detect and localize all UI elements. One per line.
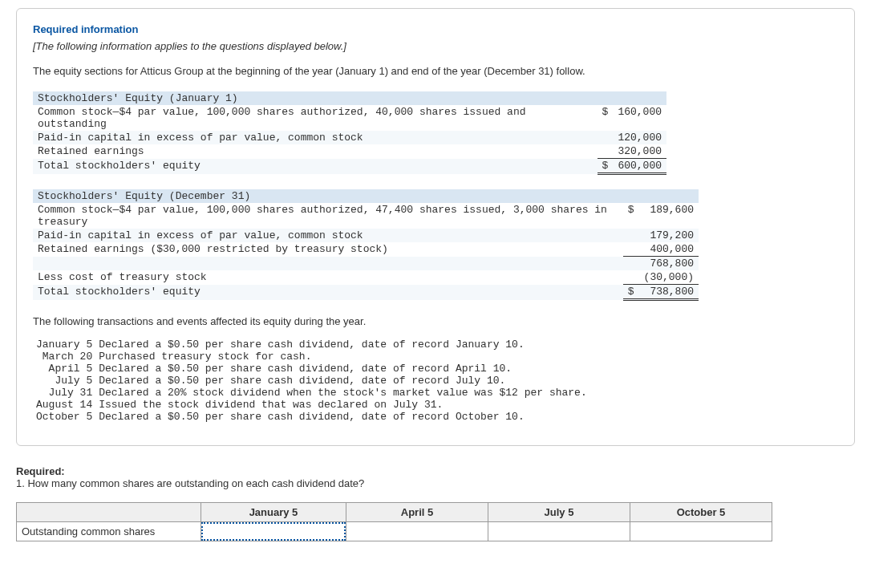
equity-jan-total-label: Total stockholders' equity — [33, 159, 598, 174]
equity-jan-row-label: Common stock—$4 par value, 100,000 share… — [33, 105, 598, 131]
equity-dec-row-label: Paid-in capital in excess of par value, … — [33, 229, 623, 242]
equity-jan-row-amt: 160,000 — [613, 105, 666, 131]
equity-jan-row-amt: 320,000 — [613, 144, 666, 159]
equity-dec-row-amt: 189,600 — [639, 203, 699, 229]
transaction-desc: Declared a $0.50 per share cash dividend… — [95, 411, 590, 423]
transaction-row: July 5Declared a $0.50 per share cash di… — [33, 375, 590, 387]
shares-input-oct5[interactable] — [630, 522, 772, 541]
currency-symbol: $ — [598, 105, 614, 131]
transactions-intro: The following transactions and events af… — [33, 315, 838, 327]
transactions-table: January 5Declared a $0.50 per share cash… — [33, 339, 590, 423]
equity-dec-total-label: Total stockholders' equity — [33, 285, 623, 300]
transaction-date: October 5 — [33, 411, 95, 423]
equity-dec-row-amt: 400,000 — [639, 242, 699, 257]
equity-jan-row-label: Paid-in capital in excess of par value, … — [33, 131, 598, 144]
transaction-date: August 14 — [33, 399, 95, 411]
equity-dec-total-amt: 738,800 — [639, 285, 699, 300]
required-info-heading: Required information — [33, 23, 838, 35]
equity-jan-row-label: Retained earnings — [33, 144, 598, 159]
transaction-date: March 20 — [33, 351, 95, 363]
transaction-date: April 5 — [33, 363, 95, 375]
equity-dec-title: Stockholders' Equity (December 31) — [33, 189, 699, 203]
transaction-row: April 5Declared a $0.50 per share cash d… — [33, 363, 590, 375]
shares-input-jul5[interactable] — [488, 522, 630, 541]
transaction-desc: Issued the stock dividend that was decla… — [95, 399, 590, 411]
answer-row-label: Outstanding common shares — [17, 522, 201, 541]
intro-text: The equity sections for Atticus Group at… — [33, 65, 838, 77]
required-section: Required: 1. How many common shares are … — [16, 465, 871, 489]
transaction-date: January 5 — [33, 339, 95, 351]
currency-symbol: $ — [598, 159, 614, 174]
answer-grid-header: July 5 — [488, 503, 630, 522]
equity-dec-row-label: Retained earnings ($30,000 restricted by… — [33, 242, 623, 257]
context-note: [The following information applies to th… — [33, 40, 838, 52]
shares-input-jan5[interactable] — [201, 522, 346, 541]
transaction-desc: Purchased treasury stock for cash. — [95, 351, 590, 363]
equity-table-jan1: Stockholders' Equity (January 1) Common … — [33, 91, 666, 175]
equity-jan-row-amt: 120,000 — [613, 131, 666, 144]
transaction-desc: Declared a $0.50 per share cash dividend… — [95, 363, 590, 375]
equity-jan-total-amt: 600,000 — [613, 159, 666, 174]
currency-symbol: $ — [623, 285, 639, 300]
equity-jan-title: Stockholders' Equity (January 1) — [33, 91, 666, 105]
transaction-date: July 5 — [33, 375, 95, 387]
equity-dec-less-label: Less cost of treasury stock — [33, 270, 623, 285]
answer-grid: January 5 April 5 July 5 October 5 Outst… — [16, 502, 772, 541]
transaction-date: July 31 — [33, 387, 95, 399]
currency-symbol: $ — [623, 203, 639, 229]
required-label: Required: — [16, 465, 871, 477]
equity-dec-subtotal: 768,800 — [639, 257, 699, 271]
answer-grid-header: January 5 — [201, 503, 346, 522]
answer-grid-header: April 5 — [346, 503, 488, 522]
transaction-desc: Declared a 20% stock dividend when the s… — [95, 387, 590, 399]
answer-grid-corner — [17, 503, 201, 522]
transaction-row: July 31Declared a 20% stock dividend whe… — [33, 387, 590, 399]
equity-table-dec31: Stockholders' Equity (December 31) Commo… — [33, 189, 699, 301]
transaction-row: January 5Declared a $0.50 per share cash… — [33, 339, 590, 351]
equity-dec-less-amt: (30,000) — [639, 270, 699, 285]
shares-input-apr5[interactable] — [346, 522, 488, 541]
transaction-desc: Declared a $0.50 per share cash dividend… — [95, 375, 590, 387]
equity-dec-row-amt: 179,200 — [639, 229, 699, 242]
question-container: Required information [The following info… — [16, 8, 855, 446]
answer-grid-header: October 5 — [630, 503, 772, 522]
question-1-text: 1. How many common shares are outstandin… — [16, 477, 871, 489]
transaction-row: August 14Issued the stock dividend that … — [33, 399, 590, 411]
transaction-desc: Declared a $0.50 per share cash dividend… — [95, 339, 590, 351]
equity-dec-row-label: Common stock—$4 par value, 100,000 share… — [33, 203, 623, 229]
transaction-row: October 5Declared a $0.50 per share cash… — [33, 411, 590, 423]
transaction-row: March 20Purchased treasury stock for cas… — [33, 351, 590, 363]
